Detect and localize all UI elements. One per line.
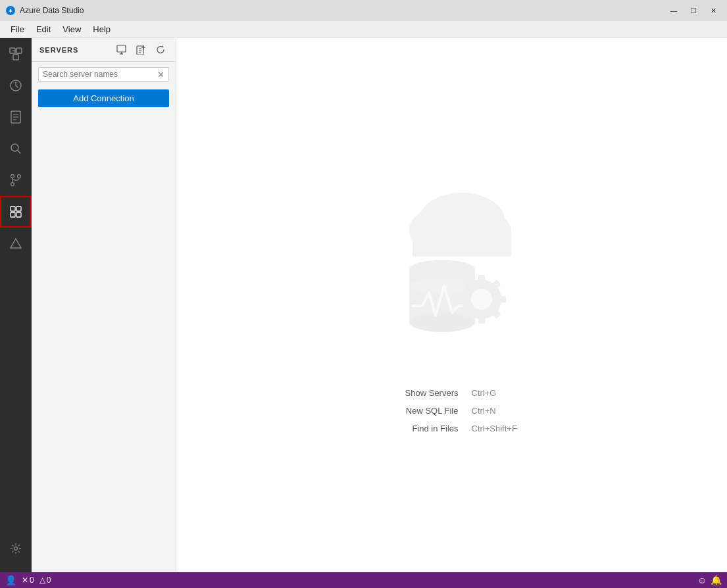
shortcut-label-2[interactable]: Find in Files — [380, 424, 459, 433]
smiley-icon[interactable]: ☺ — [697, 575, 707, 585]
svg-rect-18 — [11, 207, 15, 211]
activity-history[interactable] — [0, 70, 32, 101]
warning-icon: △ — [39, 576, 45, 585]
activity-search[interactable] — [0, 133, 32, 164]
error-count: 0 — [30, 576, 34, 585]
new-connection-icon-btn[interactable] — [114, 43, 128, 57]
search-icon — [10, 143, 22, 155]
app-icon — [5, 5, 16, 16]
shortcuts-list: Show Servers Ctrl+G New SQL File Ctrl+N … — [380, 388, 524, 433]
status-right: ☺ 🔔 — [697, 575, 722, 585]
main-content: Show Servers Ctrl+G New SQL File Ctrl+N … — [176, 38, 727, 572]
status-user-icon: 👤 — [5, 575, 16, 585]
status-bar: 👤 ✕ 0 △ 0 ☺ 🔔 — [0, 572, 727, 588]
menu-file[interactable]: File — [5, 23, 30, 36]
status-warnings[interactable]: △ 0 — [39, 576, 51, 585]
svg-rect-37 — [413, 227, 511, 257]
settings-icon — [10, 543, 22, 554]
search-input[interactable] — [43, 70, 155, 79]
activity-monitoring[interactable] — [0, 228, 32, 259]
app-title: Azure Data Studio — [20, 6, 84, 15]
connections-icon — [9, 47, 23, 61]
notebooks-icon — [10, 110, 22, 124]
status-left: 👤 ✕ 0 △ 0 — [5, 575, 51, 585]
menu-help[interactable]: Help — [88, 23, 116, 36]
svg-rect-24 — [117, 45, 126, 52]
monitoring-icon — [9, 237, 22, 249]
illustration-svg — [353, 184, 551, 362]
activity-extensions[interactable] — [0, 196, 32, 228]
refresh-icon-btn[interactable] — [153, 43, 168, 57]
svg-rect-3 — [13, 55, 18, 60]
bell-icon[interactable]: 🔔 — [711, 575, 722, 585]
add-connection-area: Add Connection — [38, 89, 169, 107]
center-illustration — [353, 178, 551, 362]
error-icon: ✕ — [22, 576, 28, 585]
refresh-icon — [156, 45, 166, 55]
activity-git[interactable] — [0, 164, 32, 196]
search-box: ✕ — [38, 67, 169, 82]
shortcut-row-0: Show Servers Ctrl+G — [380, 388, 524, 398]
minimize-button[interactable]: — — [665, 4, 682, 17]
sidebar: SERVERS — [32, 38, 176, 572]
svg-point-15 — [11, 183, 14, 186]
shortcut-row-2: Find in Files Ctrl+Shift+F — [380, 424, 524, 433]
history-icon — [9, 79, 22, 92]
title-bar: Azure Data Studio — ☐ ✕ — [0, 0, 727, 21]
activity-settings[interactable] — [0, 535, 32, 567]
svg-rect-20 — [11, 212, 15, 217]
menu-bar: File Edit View Help — [0, 21, 727, 38]
svg-point-16 — [18, 175, 21, 178]
menu-edit[interactable]: Edit — [31, 23, 56, 36]
window-controls: — ☐ ✕ — [665, 4, 722, 17]
maximize-button[interactable]: ☐ — [685, 4, 702, 17]
svg-rect-21 — [16, 212, 21, 217]
new-query-icon-btn[interactable] — [134, 43, 148, 57]
new-query-icon — [136, 45, 146, 55]
git-icon — [10, 174, 22, 187]
warning-count: 0 — [47, 576, 51, 585]
shortcut-key-2: Ctrl+Shift+F — [472, 424, 524, 433]
activity-notebooks[interactable] — [0, 101, 32, 133]
svg-line-13 — [18, 151, 21, 154]
shortcut-label-1[interactable]: New SQL File — [380, 406, 459, 416]
title-bar-left: Azure Data Studio — [5, 5, 84, 16]
new-connection-icon — [116, 45, 126, 55]
svg-rect-19 — [16, 207, 21, 211]
close-button[interactable]: ✕ — [705, 4, 722, 17]
svg-point-23 — [14, 547, 18, 551]
svg-point-43 — [471, 289, 492, 310]
menu-view[interactable]: View — [57, 23, 86, 36]
svg-rect-47 — [457, 296, 465, 303]
svg-rect-45 — [478, 316, 485, 324]
svg-marker-33 — [162, 45, 164, 47]
svg-rect-46 — [498, 296, 506, 303]
svg-point-14 — [11, 175, 14, 178]
shortcut-key-0: Ctrl+G — [472, 388, 524, 398]
app-body: SERVERS — [0, 38, 727, 572]
shortcut-label-0[interactable]: Show Servers — [380, 388, 459, 398]
sidebar-title: SERVERS — [39, 46, 109, 54]
activity-connections[interactable] — [0, 38, 32, 70]
svg-rect-2 — [16, 48, 22, 53]
activity-bar — [0, 38, 32, 572]
status-errors[interactable]: ✕ 0 — [22, 576, 34, 585]
search-clear-icon[interactable]: ✕ — [157, 70, 164, 79]
svg-marker-22 — [11, 239, 21, 248]
sidebar-search-area: ✕ — [32, 62, 176, 87]
shortcut-row-1: New SQL File Ctrl+N — [380, 406, 524, 416]
shortcut-key-1: Ctrl+N — [472, 406, 524, 416]
add-connection-button[interactable]: Add Connection — [38, 89, 169, 107]
sidebar-header: SERVERS — [32, 38, 176, 62]
svg-rect-44 — [478, 275, 485, 283]
extensions-icon — [10, 206, 22, 218]
